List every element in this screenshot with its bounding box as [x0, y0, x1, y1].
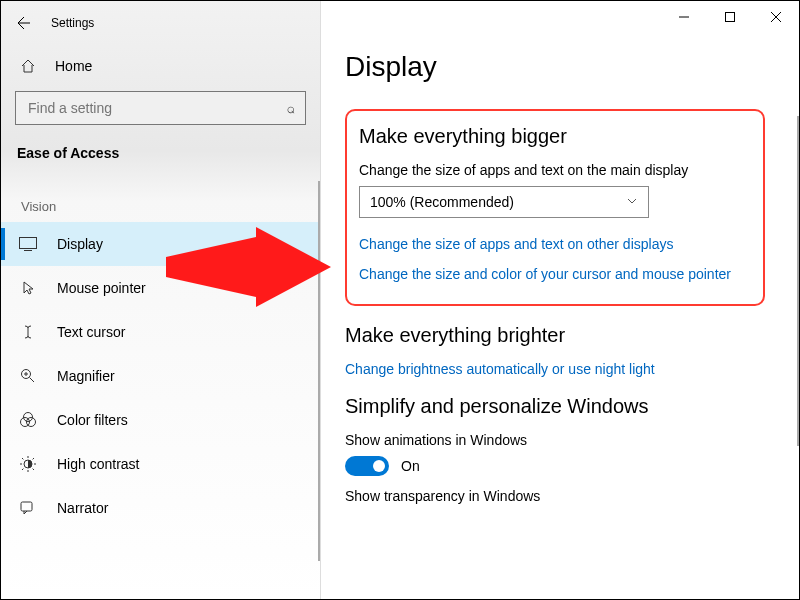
sidebar-item-mouse-pointer[interactable]: Mouse pointer: [1, 266, 320, 310]
sidebar-item-text-cursor[interactable]: Text cursor: [1, 310, 320, 354]
back-button[interactable]: [1, 1, 45, 45]
minimize-button[interactable]: [661, 1, 707, 33]
scale-sub-label: Change the size of apps and text on the …: [359, 162, 747, 178]
sidebar-item-narrator[interactable]: Narrator: [1, 486, 320, 530]
svg-line-15: [33, 469, 34, 470]
maximize-button[interactable]: [707, 1, 753, 33]
dropdown-value: 100% (Recommended): [370, 194, 514, 210]
animations-label: Show animations in Windows: [345, 432, 765, 448]
sidebar-item-label: Magnifier: [57, 368, 115, 384]
section-brighter: Make everything brighter Change brightne…: [345, 324, 765, 377]
highlight-box: Make everything bigger Change the size o…: [345, 109, 765, 306]
svg-line-3: [30, 378, 35, 383]
link-brightness[interactable]: Change brightness automatically or use n…: [345, 361, 765, 377]
content-area: Display Make everything bigger Change th…: [345, 45, 789, 599]
sidebar-scrollbar[interactable]: [318, 181, 320, 561]
section-heading-bigger: Make everything bigger: [359, 125, 747, 148]
magnifier-icon: [17, 368, 39, 384]
window-controls: [661, 1, 799, 33]
transparency-label: Show transparency in Windows: [345, 488, 765, 504]
animations-toggle-row: On: [345, 456, 765, 476]
svg-point-8: [24, 413, 33, 422]
sidebar-item-color-filters[interactable]: Color filters: [1, 398, 320, 442]
close-button[interactable]: [753, 1, 799, 33]
sidebar-item-label: Mouse pointer: [57, 280, 146, 296]
high-contrast-icon: [17, 456, 39, 472]
animations-state: On: [401, 458, 420, 474]
page-title: Display: [345, 51, 789, 83]
category-title: Ease of Access: [1, 135, 320, 179]
svg-line-17: [33, 458, 34, 459]
sidebar-item-high-contrast[interactable]: High contrast: [1, 442, 320, 486]
title-bar: Settings: [1, 1, 320, 45]
link-cursor-pointer[interactable]: Change the size and color of your cursor…: [359, 266, 747, 282]
sidebar-item-display[interactable]: Display: [1, 222, 320, 266]
search-icon: ⌕: [287, 100, 295, 116]
svg-line-14: [22, 458, 23, 459]
sidebar-item-label: Text cursor: [57, 324, 125, 340]
main-panel: Display Make everything bigger Change th…: [321, 1, 799, 599]
search-field[interactable]: [26, 99, 287, 117]
link-other-displays[interactable]: Change the size of apps and text on othe…: [359, 236, 747, 252]
section-heading-brighter: Make everything brighter: [345, 324, 765, 347]
color-filters-icon: [17, 412, 39, 428]
chevron-down-icon: [626, 194, 638, 210]
window-title: Settings: [45, 16, 94, 30]
sidebar-item-magnifier[interactable]: Magnifier: [1, 354, 320, 398]
sidebar-item-label: High contrast: [57, 456, 139, 472]
search-input[interactable]: ⌕: [15, 91, 306, 125]
animations-toggle[interactable]: [345, 456, 389, 476]
svg-rect-0: [20, 238, 37, 249]
mouse-pointer-icon: [17, 280, 39, 296]
sidebar-item-label: Narrator: [57, 500, 108, 516]
sidebar-item-label: Color filters: [57, 412, 128, 428]
svg-line-16: [22, 469, 23, 470]
home-icon: [17, 58, 39, 74]
home-label: Home: [55, 58, 92, 74]
text-cursor-icon: [17, 324, 39, 340]
sidebar: Settings Home ⌕ Ease of Access Vision Di…: [1, 1, 321, 599]
scale-dropdown[interactable]: 100% (Recommended): [359, 186, 649, 218]
svg-point-7: [27, 418, 36, 427]
sidebar-item-home[interactable]: Home: [1, 45, 320, 87]
svg-rect-18: [21, 502, 32, 511]
section-heading-simplify: Simplify and personalize Windows: [345, 395, 765, 418]
sidebar-item-label: Display: [57, 236, 103, 252]
section-simplify: Simplify and personalize Windows Show an…: [345, 395, 765, 504]
display-icon: [17, 237, 39, 251]
search-wrap: ⌕: [15, 91, 306, 125]
content-scrollbar[interactable]: [797, 116, 799, 446]
group-label-vision: Vision: [1, 179, 320, 222]
svg-rect-20: [726, 13, 735, 22]
narrator-icon: [17, 500, 39, 516]
